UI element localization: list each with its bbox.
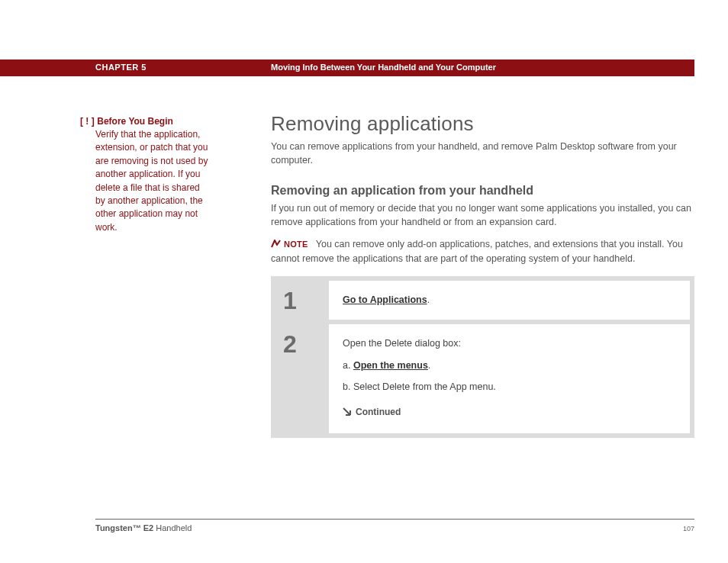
substep-after: . bbox=[428, 360, 430, 371]
step-body: Go to Applications. bbox=[329, 281, 690, 320]
continued-label: Continued bbox=[356, 407, 401, 417]
warning-title: Before You Begin bbox=[97, 116, 173, 127]
go-to-applications-link[interactable]: Go to Applications bbox=[343, 294, 427, 305]
footer-product: Tungsten™ E2 Handheld bbox=[95, 523, 192, 532]
warning-header: [ ! ] Before You Begin bbox=[80, 115, 210, 127]
footer-product-rest: Handheld bbox=[153, 523, 192, 532]
chapter-label: CHAPTER 5 bbox=[95, 63, 147, 72]
step-body: Open the Delete dialog box: a. Open the … bbox=[329, 324, 690, 433]
substep-prefix: a. bbox=[343, 360, 353, 371]
step-number: 1 bbox=[275, 281, 329, 320]
footer-divider bbox=[95, 519, 694, 520]
footer-product-name: Tungsten™ E2 bbox=[95, 523, 153, 532]
substep-b: b. Select Delete from the App menu. bbox=[343, 380, 676, 394]
subsection-intro: If you run out of memory or decide that … bbox=[271, 202, 694, 229]
warning-icon: [ ! ] bbox=[80, 116, 95, 127]
section-intro: You can remove applications from your ha… bbox=[271, 140, 694, 167]
open-the-menus-link[interactable]: Open the menus bbox=[353, 360, 428, 371]
before-you-begin-box: [ ! ] Before You Begin Verify that the a… bbox=[80, 115, 210, 234]
note-row: NOTEYou can remove only add-on applicati… bbox=[271, 238, 694, 265]
main-content: Removing applications You can remove app… bbox=[271, 112, 694, 438]
warning-body: Verify that the application, extension, … bbox=[80, 128, 210, 234]
step-text-after: . bbox=[427, 294, 430, 305]
note-icon bbox=[271, 239, 281, 253]
step-sublist: a. Open the menus. b. Select Delete from… bbox=[343, 359, 676, 395]
page-number: 107 bbox=[683, 525, 694, 532]
step-row-1: 1 Go to Applications. bbox=[275, 281, 690, 320]
continued-row: Continued bbox=[343, 405, 676, 420]
chapter-title: Moving Info Between Your Handheld and Yo… bbox=[271, 63, 496, 72]
substep-a: a. Open the menus. bbox=[343, 359, 676, 373]
continued-arrow-icon bbox=[343, 406, 351, 420]
step-row-2: 2 Open the Delete dialog box: a. Open th… bbox=[275, 324, 690, 433]
step-number: 2 bbox=[275, 324, 329, 433]
steps-box: 1 Go to Applications. 2 Open the Delete … bbox=[271, 276, 694, 438]
subsection-heading: Removing an application from your handhe… bbox=[271, 184, 694, 198]
note-label: NOTE bbox=[284, 240, 308, 249]
chapter-header-bar: CHAPTER 5 Moving Info Between Your Handh… bbox=[0, 60, 694, 76]
section-heading: Removing applications bbox=[271, 112, 694, 136]
note-text: You can remove only add-on applications,… bbox=[271, 239, 683, 264]
step-lead-text: Open the Delete dialog box: bbox=[343, 336, 676, 351]
